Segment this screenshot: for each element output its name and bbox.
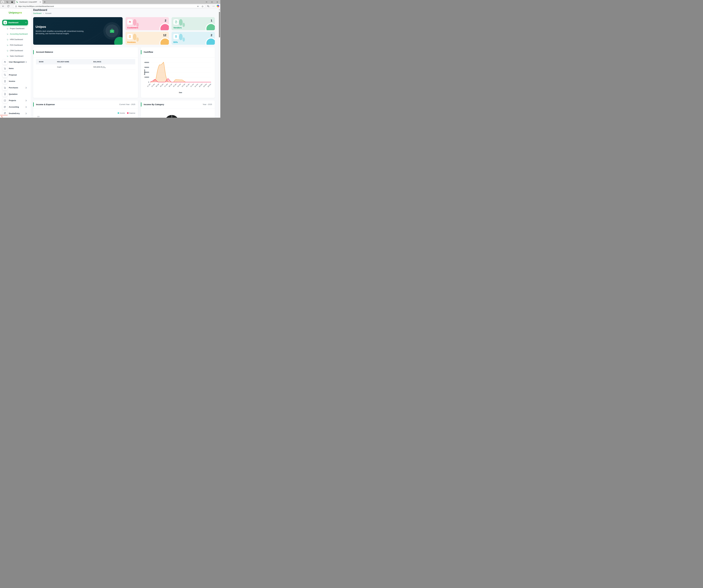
grid-plus-icon [2, 104, 7, 109]
legend-swatch [127, 112, 129, 114]
tab-actions-icon[interactable] [11, 1, 13, 3]
cashflow-x-tick: 30-Dec [199, 83, 203, 88]
favorites-list-icon[interactable] [207, 5, 210, 7]
decor-corner [206, 23, 215, 30]
panel-period: Year - 2025 [203, 103, 212, 105]
scrollbar-thumb[interactable] [219, 12, 220, 38]
stat-value: 12 [163, 33, 166, 37]
favorite-star-icon[interactable] [202, 5, 204, 7]
app-logo[interactable]: Unipospro [0, 11, 31, 14]
panel-accent [33, 50, 34, 54]
circle-icon [6, 55, 8, 57]
home-icon [3, 21, 7, 24]
new-tab-icon[interactable] [44, 1, 46, 3]
cashflow-x-tick: 02-Jan [186, 83, 190, 87]
circle-icon [6, 27, 8, 29]
workspaces-icon[interactable] [6, 1, 8, 3]
cashflow-y-tick: 400000 [144, 62, 149, 63]
vertical-scrollbar[interactable] [218, 8, 220, 118]
copilot-icon[interactable] [217, 5, 219, 7]
sidebar-mainlist: User Management❯ Items Proposal Invoice … [0, 59, 31, 117]
sidebar-item-purchases[interactable]: Purchases❯ [0, 84, 31, 91]
window-close-button[interactable] [214, 0, 220, 4]
cashflow-y-tick: 300000 [144, 67, 149, 68]
page-title: Dashboard [33, 8, 47, 11]
sidebar-subitem-accounting-dashboard[interactable]: Accounting Dashboard [0, 31, 31, 37]
cashflow-x-tick: 05-Jan [173, 83, 177, 87]
cashflow-x-tick: 09-Jan [155, 83, 159, 87]
column-balance: BALANCE [93, 61, 135, 63]
cashflow-x-tick: 03-Jan [181, 83, 185, 87]
cashflow-x-tick: 01-Jan [190, 83, 194, 87]
sidebar-item-quotation[interactable]: Quotation [0, 91, 31, 97]
divider [33, 57, 138, 58]
column-bank: BANK [36, 61, 57, 63]
site-info-lock-icon[interactable] [15, 5, 17, 7]
chart-legend: Income Expense [118, 112, 135, 114]
cart-icon [2, 85, 7, 90]
address-bar[interactable]: https://erp.the360pos.com/dashboard/acco… [13, 4, 205, 8]
back-icon[interactable] [2, 5, 4, 7]
decor-corner [160, 38, 169, 45]
stat-card-customers[interactable]: 2 Customers [126, 17, 169, 30]
sidebar-subitem-project-dashboard[interactable]: Project Dashboard [0, 26, 31, 31]
divider [33, 108, 138, 108]
chevron-right-icon: ❯ [25, 113, 27, 114]
url-text[interactable]: https://erp.the360pos.com/dashboard/acco… [18, 5, 54, 7]
cashflow-x-tick: 28-Dec [207, 83, 212, 88]
decor-bubble [133, 34, 137, 40]
circle-icon [6, 50, 8, 52]
sidebar-item-projects[interactable]: Projects❯ [0, 97, 31, 104]
refresh-icon[interactable] [7, 5, 10, 7]
sidebar-item-proposal[interactable]: Proposal [0, 72, 31, 78]
invoices-icon [127, 34, 133, 39]
sidebar-item-accounting[interactable]: Accounting❯ [0, 104, 31, 110]
decor-corner [160, 23, 169, 30]
chevron-right-icon: ❯ [25, 61, 27, 63]
bills-icon [173, 34, 179, 39]
sidebar: Unipospro Dashboard ▾ Project Dashboard … [0, 8, 31, 118]
sidebar-item-invoice[interactable]: Invoice [0, 78, 31, 84]
sidebar-subitem-sales-dashboard[interactable]: Sales Dashboard [0, 53, 31, 59]
table-header: BANK HOLDER NAME BALANCE [36, 59, 135, 64]
file-text-icon [2, 79, 7, 84]
stat-card-vendors[interactable]: 1 Vendors [171, 17, 215, 30]
cashflow-y-tick: 0 [148, 81, 149, 83]
stat-label: Bills [173, 41, 178, 43]
banner-title: Unipos [35, 25, 46, 29]
users-icon [2, 60, 7, 65]
read-aloud-icon[interactable]: A [197, 5, 200, 8]
browser-titlebar: Dashboard | UniposERP [0, 0, 220, 4]
stat-card-bills[interactable]: 2 Bills [171, 32, 215, 45]
breadcrumb-dashboard[interactable]: Dashboard [33, 12, 42, 14]
sidebar-item-items[interactable]: Items [0, 65, 31, 72]
chevron-right-icon: ❯ [25, 87, 27, 89]
profile-avatar[interactable] [1, 1, 4, 3]
sidebar-item-user-management[interactable]: User Management❯ [0, 59, 31, 65]
stat-label: Invoices [127, 41, 136, 43]
panel-accent [33, 102, 34, 106]
cashflow-chart: 400000300000200000100000011-Jan10-Jan09-… [141, 47, 215, 96]
stat-card-invoices[interactable]: 12 Invoices [126, 32, 169, 45]
tab-close-icon[interactable] [39, 1, 41, 3]
browser-tab[interactable]: Dashboard | UniposERP [15, 0, 43, 4]
scrollbar-up-arrow[interactable] [219, 9, 220, 10]
sidebar-item-dashboard[interactable]: Dashboard ▾ [2, 20, 28, 25]
settings-dots-icon[interactable] [212, 5, 215, 7]
decor-corner [206, 38, 215, 45]
laravel-debugbar[interactable] [0, 115, 8, 118]
decor-bubble [133, 19, 137, 25]
sidebar-subitem-pos-dashboard[interactable]: POS Dashboard [0, 42, 31, 48]
stat-label: Customers [127, 26, 138, 29]
cashflow-x-tick: 04-Jan [177, 83, 181, 87]
cashflow-x-tick: 31-Dec [194, 83, 199, 88]
stat-value: 2 [165, 19, 166, 22]
panel-title: Income & Expense [36, 103, 55, 105]
decor-bubble [179, 34, 183, 40]
main-content: Dashboard Dashboard > Account Unipos Wor… [31, 8, 218, 118]
sidebar-subitem-hrm-dashboard[interactable]: HRM Dashboard [0, 37, 31, 42]
sidebar-subitem-crm-dashboard[interactable]: CRM Dashboard [0, 48, 31, 53]
circle-icon [6, 33, 8, 35]
chevron-down-icon: ▾ [25, 22, 26, 23]
cashflow-x-tick: 29-Dec [203, 83, 207, 88]
